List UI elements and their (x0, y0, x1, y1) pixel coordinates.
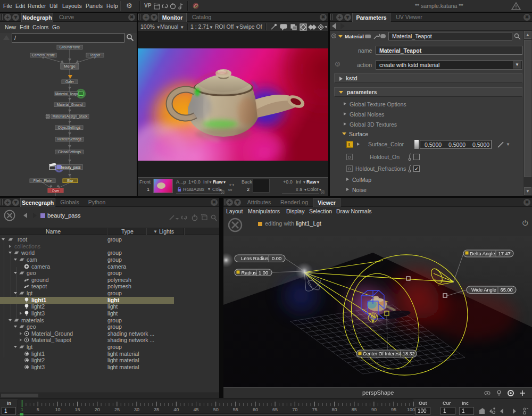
svg-text:Blur: Blur (67, 179, 73, 182)
svg-text:15: 15 (74, 407, 80, 412)
svg-text:RenderSettings: RenderSettings (57, 137, 82, 142)
svg-text:45: 45 (193, 407, 198, 412)
svg-text:GroundPlane: GroundPlane (60, 45, 80, 49)
svg-text:50: 50 (213, 407, 219, 412)
svg-text:65.00: 65.00 (501, 287, 513, 293)
svg-text:Wide Angle: Wide Angle (471, 287, 496, 293)
svg-text:beauty_pass: beauty_pass (61, 165, 81, 170)
svg-text:60: 60 (253, 407, 258, 412)
svg-text:1.00: 1.00 (259, 270, 268, 276)
svg-text:Gafer: Gafer (65, 80, 74, 84)
svg-text:GlobalSettings: GlobalSettings (58, 150, 81, 154)
svg-text:0.00: 0.00 (272, 256, 281, 261)
svg-text:35: 35 (154, 407, 159, 412)
svg-text:25: 25 (114, 407, 120, 412)
svg-text:10: 10 (55, 407, 60, 412)
svg-text:75: 75 (312, 407, 317, 412)
svg-text:17.47: 17.47 (498, 251, 511, 256)
svg-text:55: 55 (233, 407, 238, 412)
svg-text:Merge: Merge (64, 64, 75, 69)
svg-text:Material_Ground: Material_Ground (57, 103, 83, 107)
svg-text:Delta Angle: Delta Angle (470, 251, 495, 256)
svg-text:70: 70 (292, 407, 297, 412)
svg-text:1: 1 (21, 407, 23, 412)
svg-text:30: 30 (134, 407, 139, 412)
svg-text:65: 65 (272, 407, 278, 412)
svg-text:20: 20 (95, 407, 100, 412)
svg-text:ObjectSettings: ObjectSettings (58, 126, 81, 130)
svg-text:Radius: Radius (242, 270, 257, 276)
svg-text:40: 40 (173, 407, 179, 412)
svg-text:85: 85 (352, 407, 357, 412)
svg-text:80: 80 (332, 407, 337, 412)
svg-text:90: 90 (371, 407, 377, 412)
svg-text:Material_Teapot: Material_Teapot (55, 92, 80, 96)
svg-text:Over: Over (52, 189, 60, 193)
svg-text:5: 5 (37, 407, 39, 412)
svg-text:CameraCreate: CameraCreate (32, 53, 55, 57)
svg-text:FileIn_Plate: FileIn_Plate (34, 179, 52, 183)
svg-text:Center Of Interest: Center Of Interest (363, 351, 401, 356)
svg-text:MaterialsAssign_Stack: MaterialsAssign_Stack (53, 114, 88, 119)
svg-text:Teapot: Teapot (90, 53, 101, 57)
svg-text:18.32: 18.32 (403, 351, 415, 356)
svg-text:Lens Radius: Lens Radius (241, 256, 269, 261)
svg-text:95: 95 (391, 407, 396, 412)
svg-text:100: 100 (407, 407, 415, 412)
